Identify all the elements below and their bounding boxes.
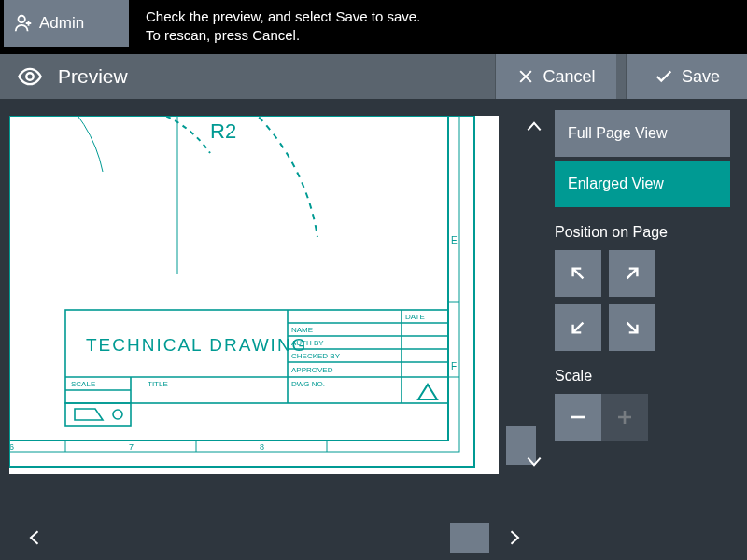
arrow-up-right-icon	[620, 261, 644, 286]
instructions-line1: Check the preview, and select Save to sa…	[146, 7, 420, 26]
svg-rect-4	[9, 116, 474, 467]
position-grid	[555, 250, 730, 351]
page-prev-button[interactable]	[17, 519, 54, 556]
drawing-edge-e: E	[451, 235, 458, 245]
drawing-edge-f: F	[451, 361, 457, 371]
main-area: R2 E F	[0, 99, 747, 560]
enlarged-view-label: Enlarged View	[568, 175, 664, 192]
eye-icon	[17, 63, 43, 90]
drawing-ruler-7: 7	[129, 442, 134, 452]
scale-controls	[555, 394, 730, 441]
horizontal-scroll-track[interactable]	[60, 523, 489, 553]
chevron-left-icon	[26, 525, 45, 551]
chevron-right-icon	[504, 525, 523, 551]
position-bottom-left-button[interactable]	[555, 304, 601, 351]
position-top-right-button[interactable]	[609, 250, 655, 297]
svg-rect-8	[65, 310, 448, 403]
chevron-down-icon	[522, 452, 546, 470]
preview-wrap: R2 E F	[0, 99, 547, 497]
position-label: Position on Page	[555, 224, 730, 241]
drawing-date: DATE	[405, 313, 425, 321]
drawing-ruler-8: 8	[260, 442, 264, 452]
drawing-r2-label: R2	[210, 119, 236, 143]
svg-point-21	[113, 410, 122, 419]
drawing-ruler-6: 6	[9, 442, 14, 452]
close-icon	[516, 67, 535, 86]
arrow-up-left-icon	[566, 261, 590, 286]
horizontal-scroll-thumb[interactable]	[450, 523, 489, 553]
svg-point-0	[19, 16, 25, 22]
side-panel: Full Page View Enlarged View Position on…	[547, 99, 747, 560]
admin-badge[interactable]: Admin	[4, 0, 129, 47]
cancel-button[interactable]: Cancel	[495, 54, 616, 99]
svg-rect-2	[9, 116, 448, 441]
save-button[interactable]: Save	[626, 54, 747, 99]
drawing-svg: R2 E F	[9, 116, 499, 474]
instructions-line2: To rescan, press Cancel.	[146, 26, 420, 45]
position-bottom-right-button[interactable]	[609, 304, 655, 351]
svg-rect-3	[9, 116, 459, 452]
drawing-title: TECHNICAL DRAWING	[86, 335, 307, 355]
scroll-down-button[interactable]	[515, 442, 553, 480]
scale-label: Scale	[555, 368, 730, 385]
page-title: Preview	[58, 65, 486, 88]
drawing-checkedby: CHECKED BY	[291, 352, 341, 360]
drawing-name: NAME	[291, 326, 313, 334]
minus-icon	[567, 406, 589, 428]
arrow-down-left-icon	[566, 315, 590, 340]
cancel-label: Cancel	[543, 67, 595, 87]
scale-plus-button[interactable]	[601, 394, 648, 441]
full-page-view-label: Full Page View	[568, 125, 667, 142]
scale-minus-button[interactable]	[555, 394, 601, 441]
enlarged-view-button[interactable]: Enlarged View	[555, 161, 730, 207]
instructions: Check the preview, and select Save to sa…	[133, 0, 433, 54]
top-bar: Admin Check the preview, and select Save…	[0, 0, 747, 54]
preview-column: R2 E F	[0, 99, 547, 560]
arrow-down-right-icon	[620, 315, 644, 340]
page-navigator	[0, 515, 547, 560]
drawing-scale: SCALE	[71, 380, 95, 388]
page-next-button[interactable]	[495, 519, 532, 556]
svg-point-1	[26, 73, 33, 79]
full-page-view-button[interactable]: Full Page View	[555, 110, 730, 157]
title-bar: Preview Cancel Save	[0, 54, 747, 99]
plus-icon	[613, 406, 636, 428]
position-top-left-button[interactable]	[555, 250, 601, 297]
drawing-dwgno: DWG NO.	[291, 380, 325, 388]
check-icon	[654, 66, 674, 87]
scroll-up-button[interactable]	[515, 108, 553, 146]
chevron-up-icon	[522, 118, 546, 136]
drawing-authby: AUTH BY	[291, 339, 324, 347]
admin-label: Admin	[39, 14, 84, 33]
user-icon	[13, 13, 34, 34]
preview-canvas[interactable]: R2 E F	[9, 116, 499, 474]
save-label: Save	[682, 67, 720, 87]
drawing-approved: APPROVED	[291, 366, 333, 374]
drawing-titlefield: TITLE	[148, 380, 168, 388]
